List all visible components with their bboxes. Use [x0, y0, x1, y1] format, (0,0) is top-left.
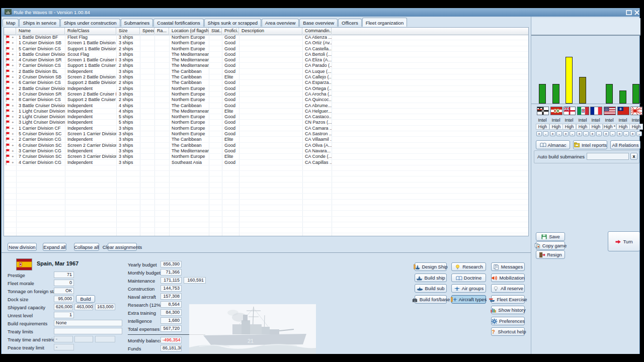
copy-game-button[interactable]: Copy game — [536, 241, 565, 250]
save-button[interactable]: Save — [536, 232, 565, 241]
table-row[interactable]: +3 Light Cruiser Division RRIndependent5… — [4, 120, 528, 125]
row-expander[interactable]: + — [12, 160, 14, 165]
intel-reports-button[interactable]: Intel reports — [573, 140, 607, 149]
fleet-exercise-button[interactable]: Fleet Exercise — [491, 295, 525, 304]
row-expander[interactable]: + — [12, 69, 14, 74]
intel-minus-button-austria-hungary[interactable]: - — [556, 131, 562, 136]
mobilization-button[interactable]: Mobilization — [491, 274, 525, 282]
row-expander[interactable]: + — [12, 35, 14, 40]
intel-plus-button-france[interactable]: + — [590, 131, 595, 136]
table-row[interactable]: +2 Light Cruiser Division RRIndependent5… — [4, 114, 528, 120]
all-relations-button[interactable]: All Relations — [610, 140, 640, 149]
intel-minus-button-france[interactable]: - — [596, 131, 602, 136]
tab-ships-in-service[interactable]: Ships in service — [19, 19, 60, 27]
tab-ships-under-construction[interactable]: Ships under construction — [60, 19, 120, 27]
table-row[interactable]: +3 Carrier Division CGIndependent3 ships… — [4, 148, 528, 154]
row-expander[interactable]: + — [12, 52, 14, 57]
row-expander[interactable]: + — [12, 131, 14, 137]
row-expander[interactable]: + — [12, 109, 14, 114]
row-expander[interactable]: + — [12, 97, 14, 103]
table-row[interactable]: +1 Light Cruiser Division RRIndependent4… — [4, 109, 528, 114]
tab-coastal-fortifications[interactable]: Coastal fortifications — [153, 19, 204, 27]
intel-plus-button-germany[interactable]: + — [536, 131, 542, 136]
show-history-button[interactable]: Show history — [491, 306, 525, 314]
intel-minus-button-germany[interactable]: - — [543, 131, 548, 136]
design-ship-button[interactable]: Design Ship — [415, 262, 447, 271]
new-division-button[interactable]: New division — [8, 243, 37, 251]
all-reserve-button[interactable]: All reserve — [491, 284, 525, 293]
column-header-name[interactable]: Name — [16, 28, 65, 34]
table-row[interactable]: +8 Carrier Division CSSupport 2 Battle C… — [4, 97, 528, 103]
build-fort-base-button[interactable]: Build fort/base — [415, 295, 447, 304]
row-expander[interactable]: + — [12, 80, 14, 85]
table-row[interactable]: +2 Cruiser Division SBScreen 2 Battle Di… — [4, 74, 528, 80]
table-row[interactable]: +7 Carrier Division CSSupport 1 Battle C… — [4, 63, 528, 68]
table-row[interactable]: +3 Battle Cruiser Division RRIndependent… — [4, 103, 528, 109]
row-expander[interactable]: + — [12, 154, 14, 159]
row-expander[interactable]: + — [12, 92, 14, 97]
tab-ships-sunk-or-scrapped[interactable]: Ships sunk or scrapped — [204, 19, 261, 27]
row-expander[interactable]: + — [12, 114, 14, 120]
expand-all-button[interactable]: Expand all — [43, 243, 66, 251]
row-expander[interactable]: + — [12, 126, 14, 131]
intel-plus-button-united-kingdom[interactable]: + — [563, 131, 569, 136]
column-header-speed[interactable]: Speed — [140, 28, 154, 34]
row-expander[interactable]: + — [12, 120, 14, 125]
row-expander[interactable]: + — [12, 148, 14, 154]
tab-fleet-organization[interactable]: Fleet organization — [362, 18, 408, 27]
intel-minus-button-united-kingdom[interactable]: - — [570, 131, 575, 136]
column-header-commander[interactable]: Commandin... — [302, 28, 332, 34]
turn-button[interactable]: Turn — [608, 231, 640, 251]
intel-plus-button-austria-hungary[interactable]: + — [550, 131, 555, 136]
intel-minus-button-japan[interactable]: - — [636, 131, 642, 136]
column-header-proficiency[interactable]: Profici... — [222, 28, 239, 34]
table-row[interactable]: +1 Battle Division BFFleet Flag3 shipsNo… — [4, 35, 528, 40]
table-row[interactable]: +6 Cruiser Division SCScreen 2 Carrier D… — [4, 143, 528, 148]
row-expander[interactable]: + — [12, 46, 14, 52]
table-row[interactable]: +2 Battle Division BLIndependent3 shipsT… — [4, 69, 528, 74]
preferences-button[interactable]: Preferences — [491, 317, 525, 325]
column-header-stat[interactable]: Stat... — [209, 28, 222, 34]
table-row[interactable]: +5 Carrier Division CSSupport 1 Battle D… — [4, 46, 528, 52]
row-expander[interactable]: + — [12, 137, 14, 142]
table-row[interactable]: +7 Cruiser Division SCScreen 3 Carrier D… — [4, 154, 528, 159]
resign-button[interactable]: Resign — [536, 250, 565, 259]
column-header-size[interactable]: Size — [116, 28, 140, 34]
row-expander[interactable]: + — [12, 103, 14, 109]
tab-submarines[interactable]: Submarines — [121, 19, 153, 27]
row-expander[interactable]: + — [12, 74, 14, 80]
column-header-role[interactable]: Role/Class — [65, 28, 116, 34]
table-row[interactable]: +1 Carrier Division CFIndependent3 ships… — [4, 126, 528, 131]
air-groups-button[interactable]: Air groups — [451, 284, 486, 293]
almanac-button[interactable]: Almanac — [536, 140, 570, 149]
table-row[interactable]: +4 Carrier Division CGIndependent3 ships… — [4, 160, 528, 165]
column-header-ra[interactable]: Ra... — [154, 28, 169, 34]
tab-area-overview[interactable]: Area overview — [262, 19, 299, 27]
column-header-flag[interactable] — [4, 28, 16, 34]
column-header-location[interactable]: Location (of flagship) — [169, 28, 209, 34]
build-button[interactable]: Build — [76, 295, 95, 303]
intel-minus-button-united-states[interactable]: - — [610, 131, 615, 136]
clear-assignments-button[interactable]: Clear assignments — [108, 243, 137, 251]
row-expander[interactable]: + — [12, 143, 14, 148]
maximize-button[interactable] — [626, 10, 632, 15]
column-header-description[interactable]: Description — [239, 28, 302, 34]
row-expander[interactable]: + — [12, 86, 14, 92]
messages-button[interactable]: Messages — [491, 262, 525, 271]
tab-officers[interactable]: Officers — [338, 19, 362, 27]
table-row[interactable]: +1 Cruiser Division SBScreen 1 Battle Di… — [4, 40, 528, 46]
build-ship-button[interactable]: Build ship — [415, 274, 447, 282]
intel-plus-button-italy[interactable]: + — [577, 131, 582, 136]
build-sub-button[interactable]: Build sub — [415, 284, 447, 293]
tab-base-overview[interactable]: Base overview — [299, 19, 338, 27]
aircraft-types-button[interactable]: Aircraft types — [451, 295, 486, 304]
table-row[interactable]: +5 Cruiser Division SCScreen 1 Carrier D… — [4, 131, 528, 137]
table-row[interactable]: +1 Battle Cruiser Division RFScout Flag3… — [4, 52, 528, 57]
table-row[interactable]: +3 Cruiser Division SRScreen 2 Battle Cr… — [4, 92, 528, 97]
auto-build-clear-button[interactable]: x — [630, 153, 637, 160]
tab-map[interactable]: Map — [3, 19, 19, 27]
table-row[interactable]: +2 Battle Cruiser Division RLIndependent… — [4, 86, 528, 92]
row-expander[interactable]: + — [12, 63, 14, 68]
research-button[interactable]: Research — [451, 262, 486, 271]
close-button[interactable] — [634, 10, 640, 15]
